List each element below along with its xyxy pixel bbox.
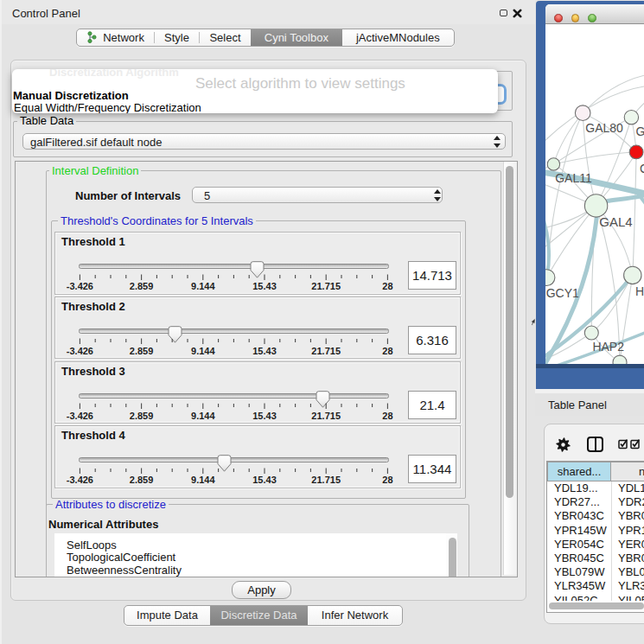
- svg-text:GAL80: GAL80: [585, 121, 623, 135]
- svg-text:H: H: [635, 284, 644, 298]
- svg-text:GAL11: GAL11: [555, 171, 592, 185]
- svg-text:GA: GA: [635, 124, 644, 138]
- svg-text:GAL4: GAL4: [599, 214, 632, 229]
- svg-text:C: C: [640, 162, 644, 175]
- svg-text:HAP2: HAP2: [592, 340, 624, 354]
- svg-text:GCY1: GCY1: [546, 286, 579, 300]
